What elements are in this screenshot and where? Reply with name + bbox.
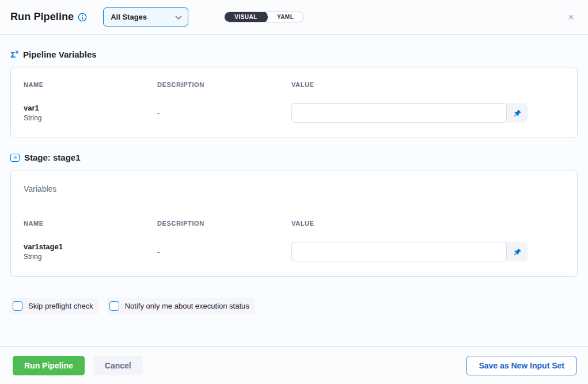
run-pipeline-modal: Run Pipeline All Stages VISUAL YAML × Σx… <box>0 0 588 384</box>
var1-value-input[interactable] <box>291 103 507 123</box>
stage-variables-table: NAME DESCRIPTION VALUE var1stage1 String… <box>24 220 564 261</box>
variable-description: - <box>157 109 291 117</box>
pipeline-variables-table: NAME DESCRIPTION VALUE var1 String - <box>24 81 564 123</box>
notify-me-option[interactable]: Notify only me about execution status <box>107 298 255 314</box>
stage-icon: ‹/› <box>10 154 20 162</box>
modal-footer: Run Pipeline Cancel Save as New Input Se… <box>0 346 588 384</box>
notify-me-label: Notify only me about execution status <box>125 302 249 310</box>
info-icon[interactable] <box>78 13 87 22</box>
column-header-value: VALUE <box>291 220 564 227</box>
variable-name-cell: var1stage1 String <box>24 242 157 261</box>
stage-title: Stage: stage1 <box>24 153 81 162</box>
variable-type: String <box>24 253 157 261</box>
pin-icon[interactable] <box>507 103 528 123</box>
cancel-button[interactable]: Cancel <box>93 356 143 375</box>
skip-preflight-checkbox[interactable] <box>13 301 22 311</box>
table-header-row: NAME DESCRIPTION VALUE <box>24 220 564 227</box>
close-icon[interactable]: × <box>566 10 576 24</box>
table-row: var1 String - <box>24 103 564 123</box>
visual-yaml-toggle: VISUAL YAML <box>224 12 304 22</box>
variable-value-cell <box>291 103 564 123</box>
table-header-row: NAME DESCRIPTION VALUE <box>24 81 564 88</box>
save-as-new-input-set-button[interactable]: Save as New Input Set <box>466 356 576 375</box>
var1stage1-value-input[interactable] <box>291 242 507 261</box>
skip-preflight-label: Skip preflight check <box>28 302 93 310</box>
pin-icon[interactable] <box>507 242 528 261</box>
variable-value-cell <box>291 242 564 261</box>
page-title: Run Pipeline <box>10 11 74 23</box>
column-header-description: DESCRIPTION <box>157 81 291 88</box>
stage-variables-card: Variables NAME DESCRIPTION VALUE var1sta… <box>10 170 578 277</box>
chevron-down-icon <box>175 12 182 22</box>
value-input-group <box>291 103 528 123</box>
variable-type: String <box>24 114 157 122</box>
notify-me-checkbox[interactable] <box>109 301 119 311</box>
variable-name: var1stage1 <box>24 242 157 251</box>
column-header-value: VALUE <box>291 81 564 88</box>
stage-heading: ‹/› Stage: stage1 <box>10 153 578 162</box>
column-header-name: NAME <box>24 220 157 227</box>
variable-name: var1 <box>24 104 157 112</box>
toggle-visual[interactable]: VISUAL <box>224 12 268 22</box>
column-header-description: DESCRIPTION <box>157 220 291 227</box>
stage-selector-dropdown[interactable]: All Stages <box>103 7 188 26</box>
stage-selector-value: All Stages <box>111 13 147 21</box>
modal-content: Σx Pipeline Variables NAME DESCRIPTION V… <box>0 35 588 337</box>
variable-name-cell: var1 String <box>24 104 157 122</box>
modal-header: Run Pipeline All Stages VISUAL YAML × <box>0 0 588 35</box>
table-row: var1stage1 String - <box>24 242 564 261</box>
skip-preflight-option[interactable]: Skip preflight check <box>10 298 99 314</box>
pipeline-variables-card: NAME DESCRIPTION VALUE var1 String - <box>10 67 578 138</box>
column-header-name: NAME <box>24 81 157 88</box>
stage-card-title: Variables <box>24 184 564 193</box>
pipeline-variables-title: Pipeline Variables <box>23 50 97 59</box>
options-row: Skip preflight check Notify only me abou… <box>10 298 578 314</box>
run-pipeline-button[interactable]: Run Pipeline <box>13 356 85 375</box>
value-input-group <box>291 242 528 261</box>
variable-description: - <box>157 248 291 256</box>
toggle-yaml[interactable]: YAML <box>267 12 304 22</box>
pipeline-variables-heading: Σx Pipeline Variables <box>10 50 578 59</box>
sigma-icon: Σx <box>10 50 18 59</box>
